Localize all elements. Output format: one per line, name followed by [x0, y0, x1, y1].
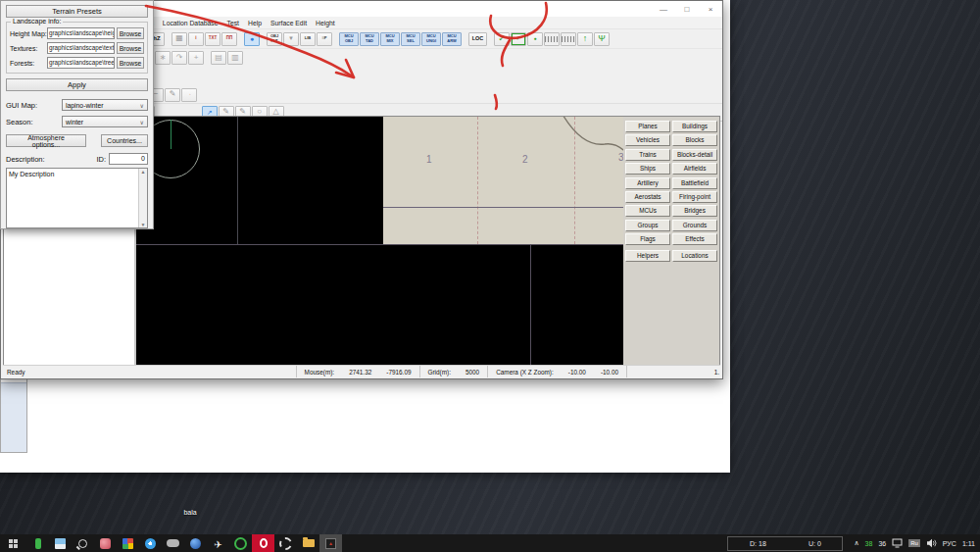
- browse-button[interactable]: Browse: [117, 27, 144, 39]
- taskbar-icon-app1[interactable]: [26, 534, 49, 552]
- close-button[interactable]: ×: [699, 5, 722, 14]
- status-mouse: Mouse(m): 2741.32 -7916.09: [296, 366, 419, 377]
- menu-item[interactable]: Test: [227, 20, 239, 26]
- file-path-input[interactable]: graphics\landscape\texture: [47, 42, 115, 54]
- gui-map-select[interactable]: lapino-winter ∨: [62, 99, 148, 111]
- file-path-input[interactable]: graphics\landscape\height.l: [47, 27, 115, 39]
- category-button[interactable]: Helpers: [625, 250, 670, 262]
- category-button[interactable]: Blocks: [672, 134, 717, 146]
- category-button[interactable]: Bridges: [672, 205, 717, 217]
- play-test-icon[interactable]: ●: [244, 32, 260, 46]
- record-icon[interactable]: ●: [527, 32, 543, 46]
- menu-item[interactable]: Location Database: [163, 20, 219, 26]
- map-land-region: 1 2 3: [383, 117, 623, 244]
- move-cross-icon[interactable]: +: [188, 51, 204, 65]
- menu-item[interactable]: Height: [316, 20, 335, 26]
- category-button[interactable]: Ships: [625, 163, 670, 175]
- apply-button[interactable]: Apply: [6, 78, 148, 91]
- decal-apply-icon[interactable]: →: [181, 88, 197, 102]
- category-button[interactable]: Trains: [625, 149, 670, 161]
- category-button[interactable]: MCUs: [625, 205, 670, 217]
- grid-window-icon[interactable]: ▦: [172, 32, 187, 46]
- loc-button[interactable]: LOC: [468, 32, 487, 46]
- atmosphere-options-button[interactable]: Atmosphere options...: [6, 134, 86, 147]
- obj-flt-icon[interactable]: OBJ FLT: [267, 32, 282, 46]
- path-curve-icon[interactable]: ↷: [172, 51, 187, 65]
- category-button[interactable]: Artillery: [625, 177, 670, 189]
- taskbar-icon-settings[interactable]: [274, 534, 297, 552]
- info-icon[interactable]: i: [188, 32, 204, 46]
- category-button[interactable]: Firing-point: [672, 191, 717, 203]
- desktop-icon-label-partial[interactable]: bala: [183, 509, 197, 516]
- library-icon[interactable]: LIB: [300, 32, 316, 46]
- description-textarea[interactable]: My Description ▲▼: [6, 168, 148, 228]
- taskbar-icon-search[interactable]: [72, 534, 94, 552]
- bridge-icon[interactable]: [544, 32, 560, 46]
- browse-button[interactable]: Browse: [117, 57, 144, 69]
- paste-down-icon[interactable]: ▥: [227, 51, 243, 65]
- category-button[interactable]: Planes: [625, 121, 670, 132]
- lang-switcher-badge[interactable]: Ru: [908, 539, 920, 547]
- filter-icon[interactable]: ▼: [283, 32, 299, 46]
- decal-pick-icon[interactable]: ✎: [165, 88, 180, 102]
- scrollbar[interactable]: ▲▼: [138, 169, 147, 227]
- taskbar-icon-globe[interactable]: [184, 534, 207, 552]
- category-button[interactable]: Effects: [672, 233, 717, 245]
- taskbar-icon-gamepad[interactable]: [162, 534, 184, 552]
- taskbar-icon-explorer[interactable]: [297, 534, 319, 552]
- taskbar-icon-opera[interactable]: [252, 534, 274, 552]
- network-icon[interactable]: [892, 538, 903, 548]
- category-button[interactable]: Locations: [672, 250, 717, 262]
- terrain-presets-button[interactable]: Terrain Presets: [6, 5, 148, 18]
- taskbar-icon-green-app[interactable]: [229, 534, 252, 552]
- category-button[interactable]: Grounds: [672, 220, 717, 231]
- tray-chevron-icon[interactable]: ∧: [854, 539, 858, 547]
- check-icon[interactable]: ✓: [494, 32, 510, 46]
- field-label: Forests:: [10, 60, 47, 67]
- taskbar-icon-media[interactable]: [117, 534, 139, 552]
- category-button[interactable]: Flags: [625, 233, 670, 245]
- paste-up-icon[interactable]: ▤: [211, 51, 226, 65]
- maximize-button[interactable]: □: [675, 5, 699, 14]
- menu-item[interactable]: Help: [248, 20, 262, 26]
- text-labels-icon[interactable]: TXT: [205, 32, 220, 46]
- id-input[interactable]: 0: [109, 153, 148, 165]
- mcu-arw-button[interactable]: MCU ARW: [442, 32, 462, 46]
- map-viewport[interactable]: 1 2 3: [136, 117, 623, 366]
- season-select[interactable]: winter ∨: [62, 116, 148, 127]
- language-indicator[interactable]: РУС: [943, 540, 956, 547]
- mcu-mix-button[interactable]: MCU MIX: [380, 32, 400, 46]
- mcu-obj-button[interactable]: MCU OBJ: [339, 32, 359, 46]
- taskbar-icon-disc[interactable]: [139, 534, 162, 552]
- taskbar-icon-app2[interactable]: [49, 534, 72, 552]
- gmp-icon[interactable]: ΠΠ: [221, 32, 237, 46]
- category-button[interactable]: Aerostats: [625, 191, 670, 203]
- countries-button[interactable]: Countries...: [101, 134, 148, 147]
- volume-icon[interactable]: [926, 538, 937, 548]
- mcu-ungi-button[interactable]: MCU UNGI: [421, 32, 441, 46]
- bridge2-icon[interactable]: [561, 32, 576, 46]
- taskbar-icon-boseditor-active[interactable]: [319, 534, 342, 552]
- path-points-icon[interactable]: ∗: [155, 51, 171, 65]
- category-button[interactable]: Airfields: [672, 163, 717, 175]
- checkbox-icon[interactable]: ✓: [511, 32, 526, 46]
- mcu-sel-button[interactable]: MCU SEL: [401, 32, 420, 46]
- menu-item[interactable]: Surface Edit: [270, 20, 307, 26]
- category-button[interactable]: Groups: [625, 220, 670, 231]
- browse-button[interactable]: Browse: [117, 42, 144, 54]
- minimize-button[interactable]: —: [652, 5, 675, 14]
- clock[interactable]: 1:11: [962, 540, 975, 547]
- file-path-input[interactable]: graphics\landscape\trees\w: [47, 57, 115, 69]
- start-button[interactable]: [0, 534, 26, 552]
- category-button[interactable]: Buildings: [672, 121, 717, 132]
- taskbar-icon-photos[interactable]: [94, 534, 117, 552]
- category-button[interactable]: Blocks-detail: [672, 149, 717, 161]
- category-button[interactable]: Battlefield: [672, 177, 717, 189]
- up-arrow-icon[interactable]: ↑: [577, 32, 593, 46]
- category-button[interactable]: Vehicles: [625, 134, 670, 146]
- layers-icon[interactable]: ≡P: [317, 32, 332, 46]
- mcu-tad-button[interactable]: MCU TAD: [360, 32, 379, 46]
- category-row: Trains Blocks-detail: [625, 149, 717, 161]
- antenna-icon[interactable]: Ψ: [594, 32, 610, 46]
- taskbar-icon-airplane[interactable]: [207, 534, 229, 552]
